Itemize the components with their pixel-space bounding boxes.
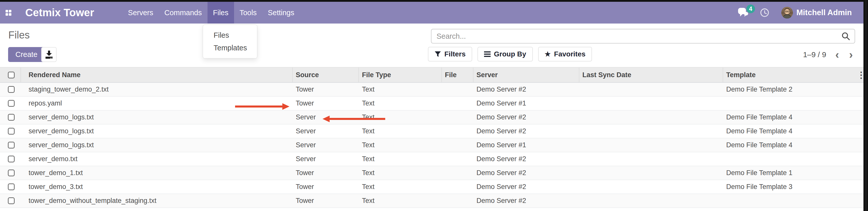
cell-file[interactable] (442, 124, 473, 138)
cell-server[interactable]: Demo Server #2 (473, 152, 579, 166)
cell-template[interactable]: Demo File Template 4 (723, 124, 863, 138)
cell-file[interactable] (442, 194, 473, 207)
activities-button[interactable] (760, 8, 769, 17)
messages-button[interactable]: 4 (737, 8, 748, 18)
cell-last-sync-date[interactable] (579, 111, 723, 124)
nav-item-servers[interactable]: Servers (122, 2, 159, 24)
cell-server[interactable]: Demo Server #2 (473, 111, 579, 124)
cell-file[interactable] (442, 139, 473, 152)
search-input[interactable] (436, 32, 841, 41)
cell-template[interactable] (723, 152, 863, 166)
favorites-button[interactable]: ★ Favorites (538, 47, 592, 61)
cell-file-type[interactable]: Text (359, 97, 442, 110)
cell-file-type[interactable]: Text (359, 166, 442, 180)
cell-source[interactable]: Server (293, 124, 359, 138)
cell-server[interactable]: Demo Server #2 (473, 124, 579, 138)
cell-server[interactable]: Demo Server #1 (473, 97, 579, 110)
cell-source[interactable]: Server (293, 139, 359, 152)
cell-source[interactable]: Tower (293, 180, 359, 193)
table-row[interactable]: server_demo.txtServerTextDemo Server #2 (0, 152, 863, 166)
cell-file[interactable] (442, 83, 473, 96)
row-checkbox[interactable] (8, 100, 15, 107)
cell-template[interactable] (723, 194, 863, 207)
cell-server[interactable]: Demo Server #2 (473, 83, 579, 96)
pager-prev-button[interactable]: ‹ (834, 50, 840, 59)
cell-server[interactable]: Demo Server #2 (473, 166, 579, 180)
column-header-file[interactable]: File (442, 67, 473, 82)
row-checkbox[interactable] (8, 183, 15, 190)
nav-item-files[interactable]: Files (208, 2, 234, 24)
cell-last-sync-date[interactable] (579, 166, 723, 180)
cell-file[interactable] (442, 180, 473, 193)
dropdown-item-files[interactable]: Files (203, 29, 257, 41)
nav-item-settings[interactable]: Settings (262, 2, 300, 24)
pager-next-button[interactable]: › (848, 50, 854, 59)
column-header-file-type[interactable]: File Type (359, 67, 442, 82)
cell-last-sync-date[interactable] (579, 139, 723, 152)
create-button[interactable]: Create (8, 47, 45, 62)
avatar[interactable] (781, 7, 793, 19)
cell-server[interactable]: Demo Server #1 (473, 139, 579, 152)
cell-source[interactable]: Tower (293, 83, 359, 96)
cell-source[interactable]: Tower (293, 97, 359, 110)
cell-server[interactable]: Demo Server #2 (473, 194, 579, 207)
cell-rendered-name[interactable]: server_demo_logs.txt (21, 139, 293, 152)
cell-source[interactable]: Tower (293, 194, 359, 207)
cell-rendered-name[interactable]: tower_demo_3.txt (21, 180, 293, 193)
cell-template[interactable]: Demo File Template 4 (723, 111, 863, 124)
cell-last-sync-date[interactable] (579, 194, 723, 207)
table-row[interactable]: tower_demo_without_template_staging.txtT… (0, 194, 863, 208)
cell-last-sync-date[interactable] (579, 152, 723, 166)
row-checkbox[interactable] (8, 156, 15, 162)
select-all-checkbox[interactable] (8, 71, 15, 79)
cell-file-type[interactable]: Text (359, 152, 442, 166)
column-header-rendered-name[interactable]: Rendered Name (21, 67, 293, 82)
search-icon[interactable] (841, 32, 850, 40)
cell-source[interactable]: Server (293, 152, 359, 166)
cell-template[interactable]: Demo File Template 3 (723, 180, 863, 193)
row-checkbox[interactable] (8, 142, 15, 149)
nav-item-commands[interactable]: Commands (159, 2, 207, 24)
row-checkbox[interactable] (8, 170, 15, 176)
cell-template[interactable] (723, 97, 863, 110)
cell-file[interactable] (442, 97, 473, 110)
column-header-server[interactable]: Server (473, 67, 579, 82)
cell-file-type[interactable]: Text (359, 139, 442, 152)
row-checkbox[interactable] (8, 197, 15, 204)
column-header-last-sync-date[interactable]: Last Sync Date (579, 67, 723, 82)
row-checkbox[interactable] (8, 86, 15, 93)
cell-rendered-name[interactable]: repos.yaml (21, 97, 293, 110)
column-header-source[interactable]: Source (293, 67, 359, 82)
filters-button[interactable]: Filters (428, 47, 472, 61)
table-row[interactable]: staging_tower_demo_2.txtTowerTextDemo Se… (0, 83, 863, 97)
cell-file-type[interactable]: Text (359, 180, 442, 193)
cell-last-sync-date[interactable] (579, 83, 723, 96)
dropdown-item-templates[interactable]: Templates (203, 41, 257, 54)
cell-file-type[interactable]: Text (359, 194, 442, 207)
user-menu[interactable]: Mitchell Admin (797, 8, 852, 17)
row-checkbox[interactable] (8, 114, 15, 121)
cell-file-type[interactable]: Text (359, 83, 442, 96)
cell-template[interactable]: Demo File Template 4 (723, 139, 863, 152)
cell-source[interactable]: Tower (293, 166, 359, 180)
cell-file[interactable] (442, 111, 473, 124)
cell-rendered-name[interactable]: staging_tower_demo_2.txt (21, 83, 293, 96)
table-row[interactable]: server_demo_logs.txtServerTextDemo Serve… (0, 124, 863, 139)
import-button[interactable] (41, 47, 57, 62)
cell-source[interactable]: Server (293, 111, 359, 124)
group-by-button[interactable]: Group By (477, 47, 533, 61)
cell-server[interactable]: Demo Server #2 (473, 180, 579, 193)
table-row[interactable]: repos.yamlTowerTextDemo Server #1 (0, 97, 863, 111)
cell-last-sync-date[interactable] (579, 97, 723, 110)
table-row[interactable]: server_demo_logs.txtServerTextDemo Serve… (0, 139, 863, 152)
cell-file-type[interactable]: Text (359, 111, 442, 124)
cell-file-type[interactable]: Text (359, 124, 442, 138)
table-row[interactable]: server_demo_logs.txtServerTextDemo Serve… (0, 111, 863, 124)
nav-item-tools[interactable]: Tools (234, 2, 262, 24)
cell-last-sync-date[interactable] (579, 124, 723, 138)
cell-file[interactable] (442, 152, 473, 166)
cell-template[interactable]: Demo File Template 1 (723, 166, 863, 180)
column-header-template[interactable]: Template (723, 67, 863, 82)
cell-template[interactable]: Demo File Template 2 (723, 83, 863, 96)
apps-menu-icon[interactable] (6, 10, 11, 16)
